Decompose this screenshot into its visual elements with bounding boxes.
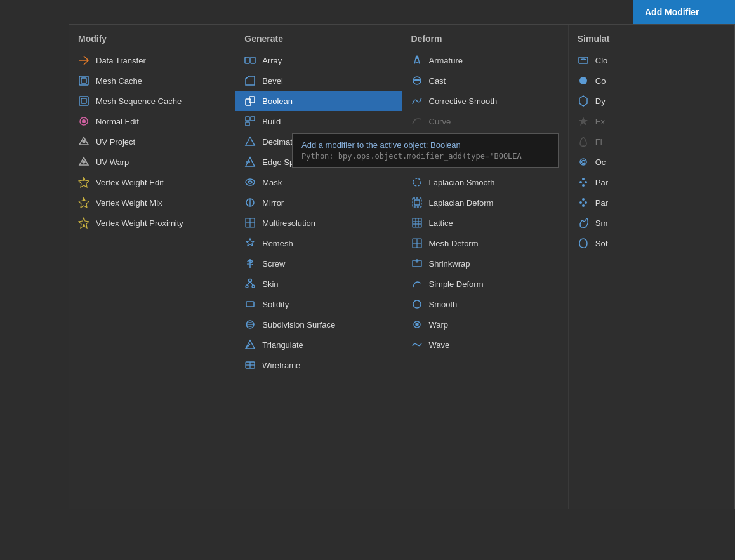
- displace-label: Displace: [429, 137, 461, 147]
- menu-item-vertex-weight-proximity[interactable]: Vertex Weight Proximity: [69, 213, 235, 233]
- array-icon: [243, 53, 257, 67]
- menu-item-screw[interactable]: Screw: [235, 253, 401, 274]
- menu-item-boolean[interactable]: Boolean: [235, 91, 401, 111]
- add-modifier-button[interactable]: Add Modifier: [633, 0, 735, 24]
- menu-item-mirror[interactable]: Mirror: [235, 192, 401, 213]
- uv-project-label: UV Project: [96, 137, 135, 147]
- svg-rect-21: [249, 97, 255, 103]
- decimate-icon: [243, 135, 257, 149]
- fluid-icon: [576, 135, 590, 149]
- explode-label: Ex: [595, 117, 605, 126]
- menu-item-subdivision-surface[interactable]: Subdivision Surface: [235, 314, 401, 335]
- mask-icon: [243, 175, 257, 189]
- menu-item-mask[interactable]: Mask: [235, 172, 401, 192]
- menu-item-displace[interactable]: Displace: [402, 131, 568, 152]
- mirror-icon: [243, 196, 257, 210]
- menu-item-collision[interactable]: Co: [569, 70, 734, 91]
- menu-item-array[interactable]: Array: [235, 50, 401, 70]
- displace-icon: [410, 135, 424, 149]
- particle-instance-label: Par: [595, 178, 608, 187]
- top-bar: Add Modifier: [633, 0, 735, 24]
- normal-edit-icon: [77, 114, 91, 128]
- menu-item-wave[interactable]: Wave: [402, 335, 568, 355]
- bevel-icon: [243, 74, 257, 88]
- menu-item-mesh-seq-cache[interactable]: Mesh Sequence Cache: [69, 91, 235, 111]
- smoke-label: Sm: [595, 218, 608, 228]
- menu-item-vertex-weight-edit[interactable]: Vertex Weight Edit: [69, 172, 235, 192]
- menu-item-mesh-deform[interactable]: Mesh Deform: [402, 233, 568, 253]
- menu-item-cloth[interactable]: Clo: [569, 50, 734, 70]
- menu-item-multiresolution[interactable]: Multiresolution: [235, 213, 401, 233]
- svg-point-51: [413, 178, 421, 186]
- vertex-weight-edit-icon: [77, 175, 91, 189]
- menu-item-warp[interactable]: Warp: [402, 314, 568, 335]
- laplacian-deform-icon: [410, 196, 424, 210]
- uv-project-icon: [77, 135, 91, 149]
- menu-item-mesh-cache[interactable]: Mesh Cache: [69, 70, 235, 91]
- laplacian-smooth-icon: [410, 175, 424, 189]
- menu-item-laplacian-smooth[interactable]: Laplacian Smooth: [402, 172, 568, 192]
- menu-item-fluid[interactable]: Fl: [569, 131, 734, 152]
- menu-item-laplacian-deform[interactable]: Laplacian Deform: [402, 192, 568, 213]
- menu-item-curve[interactable]: Curve: [402, 111, 568, 131]
- menu-item-triangulate[interactable]: Triangulate: [235, 335, 401, 355]
- svg-rect-23: [251, 117, 255, 121]
- remesh-icon: [243, 236, 257, 250]
- menu-item-build[interactable]: Build: [235, 111, 401, 131]
- mesh-cache-label: Mesh Cache: [96, 76, 142, 86]
- menu-item-data-transfer[interactable]: Data Transfer: [69, 50, 235, 70]
- hook-icon: [410, 155, 424, 169]
- lattice-icon: [410, 216, 424, 230]
- menu-item-uv-project[interactable]: UV Project: [69, 131, 235, 152]
- armature-icon: [410, 53, 424, 67]
- menu-item-hook[interactable]: Hook: [402, 152, 568, 172]
- svg-point-78: [585, 201, 587, 204]
- menu-item-decimate[interactable]: Decimate: [235, 131, 401, 152]
- svg-point-68: [579, 77, 587, 84]
- menu-item-remesh[interactable]: Remesh: [235, 233, 401, 253]
- menu-item-skin[interactable]: Skin: [235, 274, 401, 294]
- menu-item-explode[interactable]: Ex: [569, 111, 734, 131]
- svg-rect-1: [81, 78, 86, 83]
- menu-item-armature[interactable]: Armature: [402, 50, 568, 70]
- menu-item-shrinkwrap[interactable]: Shrinkwrap: [402, 253, 568, 274]
- menu-item-particle-system[interactable]: Par: [569, 192, 734, 213]
- mirror-label: Mirror: [262, 198, 284, 208]
- edge-split-icon: [243, 155, 257, 169]
- menu-item-ocean[interactable]: Oc: [569, 152, 734, 172]
- menu-item-bevel[interactable]: Bevel: [235, 70, 401, 91]
- curve-label: Curve: [429, 117, 451, 126]
- svg-point-80: [582, 204, 585, 207]
- menu-item-edge-split[interactable]: Edge Split: [235, 152, 401, 172]
- menu-item-normal-edit[interactable]: Normal Edit: [69, 111, 235, 131]
- deform-header: Deform: [402, 30, 568, 50]
- menu-item-dynamic-paint[interactable]: Dy: [569, 91, 734, 111]
- collision-label: Co: [595, 76, 606, 86]
- menu-item-lattice[interactable]: Lattice: [402, 213, 568, 233]
- boolean-icon: [243, 94, 257, 108]
- svg-rect-16: [245, 57, 249, 63]
- menu-item-solidify[interactable]: Solidify: [235, 294, 401, 314]
- menu-item-smooth[interactable]: Smooth: [402, 294, 568, 314]
- remesh-label: Remesh: [262, 239, 293, 248]
- menu-item-vertex-weight-mix[interactable]: Vertex Weight Mix: [69, 192, 235, 213]
- menu-item-soft-body[interactable]: Sof: [569, 233, 734, 253]
- menu-item-corrective-smooth[interactable]: Corrective Smooth: [402, 91, 568, 111]
- menu-item-wireframe[interactable]: Wireframe: [235, 355, 401, 375]
- svg-point-77: [579, 201, 582, 204]
- subdivision-surface-label: Subdivision Surface: [262, 320, 335, 330]
- corrective-smooth-label: Corrective Smooth: [429, 97, 498, 106]
- menu-item-uv-warp[interactable]: UV Warp: [69, 152, 235, 172]
- menu-item-particle-instance[interactable]: Par: [569, 172, 734, 192]
- wireframe-label: Wireframe: [262, 361, 300, 370]
- svg-rect-20: [246, 99, 251, 105]
- svg-point-28: [246, 179, 255, 185]
- menu-item-smoke[interactable]: Sm: [569, 213, 734, 233]
- subdivision-surface-icon: [243, 317, 257, 331]
- svg-point-79: [582, 198, 585, 201]
- menu-item-cast[interactable]: Cast: [402, 70, 568, 91]
- mask-label: Mask: [262, 178, 282, 187]
- menu-item-simple-deform[interactable]: Simple Deform: [402, 274, 568, 294]
- svg-point-66: [416, 323, 418, 326]
- build-label: Build: [262, 117, 281, 126]
